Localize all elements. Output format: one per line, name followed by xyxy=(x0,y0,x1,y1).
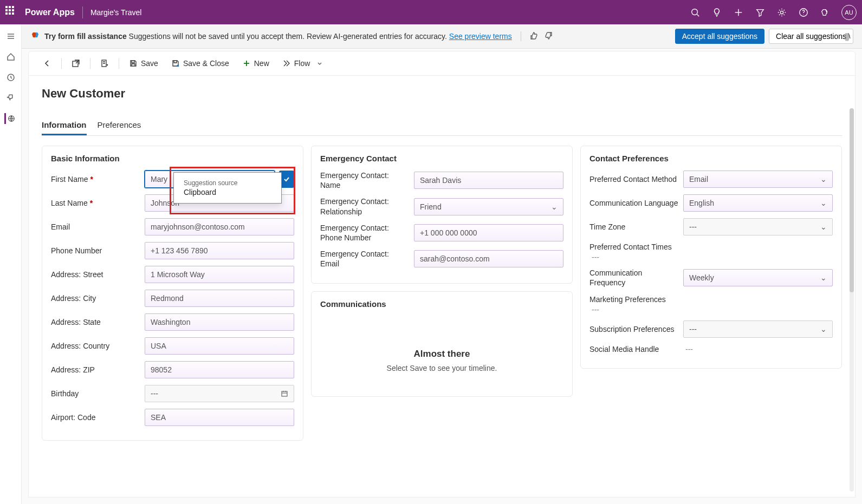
ec-name-input[interactable]: Sarah Davis xyxy=(414,172,563,189)
divider xyxy=(82,6,83,18)
chevron-down-icon: ⌄ xyxy=(820,199,827,207)
copilot-icon[interactable] xyxy=(820,7,831,18)
ec-email-input[interactable]: sarah@contoso.com xyxy=(414,250,563,267)
lang-select[interactable]: English⌄ xyxy=(683,194,833,212)
field-label: Emergency Contact: Relationship xyxy=(320,197,410,216)
empty-title: Almost there xyxy=(414,349,470,359)
gear-icon[interactable] xyxy=(776,7,787,18)
field-label: Airport: Code xyxy=(51,413,140,422)
times-value[interactable]: --- xyxy=(589,253,601,261)
ec-rel-select[interactable]: Friend⌄ xyxy=(414,198,563,215)
ec-phone-input[interactable]: +1 000 000 0000 xyxy=(414,224,563,241)
new-button[interactable]: New xyxy=(237,56,275,71)
field-label: Birthday xyxy=(51,389,140,398)
filter-icon[interactable] xyxy=(755,7,766,18)
chevron-down-icon: ⌄ xyxy=(820,273,827,282)
subs-select[interactable]: ---⌄ xyxy=(683,320,833,338)
tabs: Information Preferences xyxy=(42,116,842,136)
country-input[interactable]: USA xyxy=(145,337,294,355)
field-label: Communication Frequency xyxy=(589,268,679,287)
field-label: Address: Country xyxy=(51,341,140,351)
waffle-icon[interactable] xyxy=(5,6,18,19)
phone-input[interactable]: +1 123 456 7890 xyxy=(145,242,294,259)
field-label: Preferred Contact Times xyxy=(589,242,672,252)
chevron-down-icon: ⌄ xyxy=(820,325,827,333)
field-label: Time Zone xyxy=(589,222,679,232)
basic-info-card: Basic Information First Name* Maryⓘ Last… xyxy=(42,146,303,441)
scrollbar[interactable] xyxy=(850,108,854,492)
chevron-down-icon: ⌄ xyxy=(820,175,827,184)
thumbs-down-icon[interactable] xyxy=(544,31,554,41)
airport-input[interactable]: SEA xyxy=(145,409,294,426)
chevron-down-icon: ⌄ xyxy=(820,222,827,231)
svg-point-4 xyxy=(780,11,783,14)
home-icon[interactable] xyxy=(5,51,16,62)
marketing-value[interactable]: --- xyxy=(589,305,601,314)
state-input[interactable]: Washington xyxy=(145,313,294,331)
card-title: Emergency Contact xyxy=(320,154,563,163)
method-select[interactable]: Email⌄ xyxy=(683,171,833,188)
app-name: Power Apps xyxy=(25,8,75,17)
street-input[interactable]: 1 Microsoft Way xyxy=(145,266,294,283)
clear-all-button[interactable]: Clear all suggestions xyxy=(769,29,853,44)
field-label: Address: State xyxy=(51,317,140,327)
field-label: Email xyxy=(51,222,140,232)
accept-all-button[interactable]: Accept all suggestions xyxy=(675,29,764,44)
zip-input[interactable]: 98052 xyxy=(145,361,294,378)
svg-point-0 xyxy=(692,9,698,15)
field-label: Last Name* xyxy=(51,198,140,208)
form-assist-button[interactable] xyxy=(95,56,114,71)
field-label: First Name* xyxy=(51,174,140,184)
command-bar: Save Save & Close New Flow xyxy=(28,51,855,76)
field-label: Address: Street xyxy=(51,270,140,279)
save-button[interactable]: Save xyxy=(124,56,164,71)
field-label: Preferred Contact Method xyxy=(589,174,679,184)
environment-name[interactable]: Margie's Travel xyxy=(90,8,141,17)
svg-line-1 xyxy=(697,14,699,16)
field-label: Address: City xyxy=(51,293,140,303)
suggestion-source-tooltip: Suggestion source Clipboard xyxy=(173,172,282,204)
tz-select[interactable]: ---⌄ xyxy=(683,218,833,235)
social-value[interactable]: --- xyxy=(683,345,695,354)
scrollbar-thumb[interactable] xyxy=(850,108,854,292)
freq-select[interactable]: Weekly⌄ xyxy=(683,269,833,286)
recent-icon[interactable] xyxy=(5,72,16,83)
preview-terms-link[interactable]: See preview terms xyxy=(449,32,512,41)
card-title: Contact Preferences xyxy=(589,154,833,163)
field-label: Emergency Contact: Phone Number xyxy=(320,223,410,243)
page-title: New Customer xyxy=(42,87,842,101)
avatar[interactable]: AU xyxy=(841,5,857,20)
copilot-logo-icon xyxy=(30,31,40,41)
svg-rect-15 xyxy=(282,391,287,396)
pin-icon[interactable] xyxy=(5,93,16,103)
calendar-icon[interactable] xyxy=(281,390,288,397)
open-new-window-button[interactable] xyxy=(66,56,86,71)
tab-information[interactable]: Information xyxy=(42,116,87,135)
globe-icon[interactable] xyxy=(4,113,15,124)
tooltip-label: Suggestion source xyxy=(184,179,271,187)
tooltip-value: Clipboard xyxy=(184,188,271,197)
communications-card: Communications Almost there Select Save … xyxy=(311,291,573,397)
top-app-bar: Power Apps Margie's Travel AU xyxy=(0,0,862,24)
birthday-input[interactable]: --- xyxy=(145,385,294,402)
divider xyxy=(521,31,521,41)
email-input[interactable]: maryjohnson@contoso.com xyxy=(145,218,294,235)
emergency-contact-card: Emergency Contact Emergency Contact: Nam… xyxy=(311,146,573,284)
back-button[interactable] xyxy=(37,56,57,71)
search-icon[interactable] xyxy=(690,7,701,18)
flow-button[interactable]: Flow xyxy=(277,56,329,71)
copilot-dock-icon[interactable] xyxy=(842,31,857,45)
lightbulb-icon[interactable] xyxy=(711,7,722,18)
notification-bar: Try form fill assistance Suggestions wil… xyxy=(22,24,862,49)
plus-icon[interactable] xyxy=(733,7,744,18)
card-title: Communications xyxy=(320,299,563,309)
tab-preferences[interactable]: Preferences xyxy=(98,116,141,135)
field-label: Emergency Contact: Name xyxy=(320,171,410,190)
hamburger-icon[interactable] xyxy=(5,31,16,42)
thumbs-up-icon[interactable] xyxy=(530,31,540,41)
help-icon[interactable] xyxy=(798,7,809,18)
notification-text: Try form fill assistance Suggestions wil… xyxy=(44,32,512,41)
city-input[interactable]: Redmond xyxy=(145,290,294,307)
field-label: Phone Number xyxy=(51,246,140,256)
save-close-button[interactable]: Save & Close xyxy=(166,56,235,71)
